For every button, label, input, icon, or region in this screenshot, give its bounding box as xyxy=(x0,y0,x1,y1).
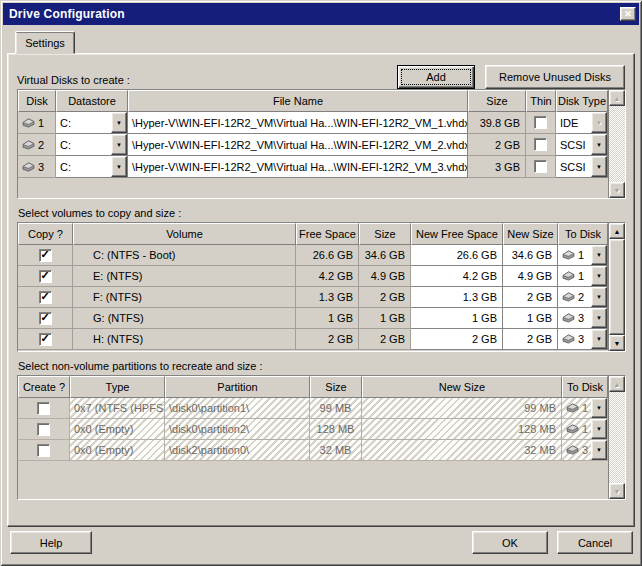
create-checkbox-cell xyxy=(18,419,70,440)
copy-checkbox-cell xyxy=(18,266,73,287)
scroll-up-icon[interactable]: ▲ xyxy=(609,376,625,392)
column-header-new-size: New Size xyxy=(362,376,562,398)
create-checkbox[interactable] xyxy=(37,423,50,436)
copy-checkbox[interactable] xyxy=(39,312,52,325)
size-cell: 34.6 GB xyxy=(359,245,411,266)
chevron-down-icon[interactable]: ▼ xyxy=(111,134,127,155)
disk-type-select[interactable]: SCSI ▼ xyxy=(556,134,608,156)
to-disk-select[interactable]: 2 ▼ xyxy=(558,287,608,308)
create-checkbox-cell xyxy=(18,398,70,419)
chevron-down-icon[interactable]: ▼ xyxy=(591,245,607,265)
new-free-space-field[interactable]: 1.3 GB xyxy=(411,287,503,308)
table-row: 0x0 (Empty) \disk2\partition0\ 32 MB 32 … xyxy=(18,440,608,461)
chevron-down-icon[interactable]: ▼ xyxy=(591,398,607,418)
to-disk-select[interactable]: 3 ▼ xyxy=(558,308,608,329)
thin-checkbox-cell xyxy=(526,156,556,178)
type-cell: 0x7 (NTFS (HPFS)) xyxy=(70,398,165,419)
chevron-down-icon[interactable]: ▼ xyxy=(111,156,127,177)
scroll-up-icon[interactable]: ▲ xyxy=(609,223,625,239)
new-size-field[interactable]: 2 GB xyxy=(503,329,558,350)
thin-checkbox[interactable] xyxy=(534,116,547,129)
column-header-size: Size xyxy=(310,376,362,398)
disk-icon xyxy=(566,445,579,455)
file-name-field[interactable]: \Hyper-V\WIN-EFI-12R2_VM\Virtual Ha...\W… xyxy=(128,134,468,156)
new-size-cell: 99 MB xyxy=(362,398,562,419)
file-name-field[interactable]: \Hyper-V\WIN-EFI-12R2_VM\Virtual Ha...\W… xyxy=(128,112,468,134)
new-free-space-field[interactable]: 4.2 GB xyxy=(411,266,503,287)
create-checkbox[interactable] xyxy=(37,402,50,415)
column-header-copy: Copy ? xyxy=(18,223,73,245)
free-space-cell: 26.6 GB xyxy=(296,245,359,266)
chevron-down-icon[interactable]: ▼ xyxy=(591,266,607,286)
copy-checkbox[interactable] xyxy=(39,270,52,283)
new-size-field[interactable]: 1 GB xyxy=(503,308,558,329)
new-size-cell: 32 MB xyxy=(362,440,562,461)
new-size-cell: 128 MB xyxy=(362,419,562,440)
new-free-space-field[interactable]: 1 GB xyxy=(411,308,503,329)
create-checkbox[interactable] xyxy=(37,444,50,457)
chevron-down-icon[interactable]: ▼ xyxy=(591,419,607,439)
to-disk-select[interactable]: 1 ▼ xyxy=(558,245,608,266)
scrollbar[interactable]: ▲ ▼ xyxy=(608,223,625,351)
chevron-down-icon: ▼ xyxy=(591,112,607,133)
copy-checkbox-cell xyxy=(18,287,73,308)
file-name-field[interactable]: \Hyper-V\WIN-EFI-12R2_VM\Virtual Ha...\W… xyxy=(128,156,468,178)
thin-checkbox[interactable] xyxy=(534,160,547,173)
chevron-down-icon[interactable]: ▼ xyxy=(591,329,607,349)
disk-type-select[interactable]: IDE ▼ xyxy=(556,112,608,134)
scrollbar[interactable]: ▲ ▼ xyxy=(608,90,625,198)
datastore-select[interactable]: C: ▼ xyxy=(56,112,128,134)
thin-checkbox-cell xyxy=(526,134,556,156)
tab-settings[interactable]: Settings xyxy=(15,31,75,54)
free-space-cell: 1 GB xyxy=(296,308,359,329)
datastore-select[interactable]: C: ▼ xyxy=(56,134,128,156)
remove-unused-disks-button[interactable]: Remove Unused Disks xyxy=(485,65,625,89)
chevron-down-icon[interactable]: ▼ xyxy=(591,156,607,177)
disk-icon xyxy=(562,334,575,344)
chevron-down-icon[interactable]: ▼ xyxy=(591,287,607,307)
copy-checkbox[interactable] xyxy=(39,333,52,346)
scrollbar[interactable]: ▲ ▼ xyxy=(608,376,625,499)
datastore-select[interactable]: C: ▼ xyxy=(56,156,128,178)
chevron-down-icon[interactable]: ▼ xyxy=(591,308,607,328)
type-cell: 0x0 (Empty) xyxy=(70,419,165,440)
size-cell: 32 MB xyxy=(310,440,362,461)
chevron-down-icon[interactable]: ▼ xyxy=(591,134,607,155)
add-button[interactable]: Add xyxy=(397,65,475,89)
new-size-field[interactable]: 34.6 GB xyxy=(503,245,558,266)
volume-cell: H: (NTFS) xyxy=(73,329,296,350)
scroll-up-icon[interactable]: ▲ xyxy=(609,90,625,106)
ok-button[interactable]: OK xyxy=(472,531,548,554)
thin-checkbox[interactable] xyxy=(534,138,547,151)
volume-cell: C: (NTFS - Boot) xyxy=(73,245,296,266)
to-disk-select[interactable]: 1 ▼ xyxy=(562,398,608,419)
column-header-disk-type: Disk Type xyxy=(556,90,608,112)
to-disk-select[interactable]: 3 ▼ xyxy=(562,440,608,461)
to-disk-select[interactable]: 1 ▼ xyxy=(558,266,608,287)
new-size-field[interactable]: 2 GB xyxy=(503,287,558,308)
scrollbar-thumb[interactable] xyxy=(609,239,625,335)
column-header-to-disk: To Disk xyxy=(558,223,608,245)
scroll-down-icon[interactable]: ▼ xyxy=(609,182,625,198)
column-header-free-space: Free Space xyxy=(296,223,359,245)
disk-type-select[interactable]: SCSI ▼ xyxy=(556,156,608,178)
to-disk-select[interactable]: 3 ▼ xyxy=(558,329,608,350)
copy-checkbox[interactable] xyxy=(39,291,52,304)
help-button[interactable]: Help xyxy=(10,531,92,554)
copy-checkbox[interactable] xyxy=(39,249,52,262)
scroll-down-icon[interactable]: ▼ xyxy=(609,483,625,499)
disk-number-cell: 1 xyxy=(18,112,56,134)
size-cell: 4.9 GB xyxy=(359,266,411,287)
close-icon[interactable]: ✕ xyxy=(620,7,636,21)
cancel-button[interactable]: Cancel xyxy=(557,531,633,554)
scroll-down-icon[interactable]: ▼ xyxy=(609,335,625,351)
to-disk-select[interactable]: 1 ▼ xyxy=(562,419,608,440)
table-row: 0x7 (NTFS (HPFS)) \disk0\partition1\ 99 … xyxy=(18,398,608,419)
chevron-down-icon[interactable]: ▼ xyxy=(591,440,607,460)
new-free-space-field[interactable]: 2 GB xyxy=(411,329,503,350)
new-size-field[interactable]: 4.9 GB xyxy=(503,266,558,287)
new-free-space-field[interactable]: 26.6 GB xyxy=(411,245,503,266)
free-space-cell: 1.3 GB xyxy=(296,287,359,308)
chevron-down-icon[interactable]: ▼ xyxy=(111,112,127,133)
free-space-cell: 4.2 GB xyxy=(296,266,359,287)
